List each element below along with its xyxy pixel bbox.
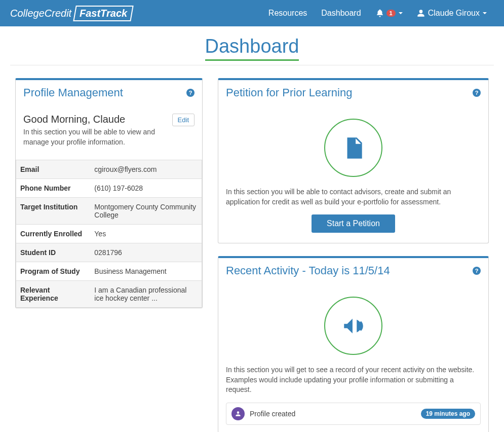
- table-row: Student ID0281796: [16, 243, 202, 262]
- notification-badge: 1: [386, 10, 396, 17]
- profile-subtext: In this section you will be able to view…: [23, 127, 167, 147]
- table-row: Phone Number(610) 197-6028: [16, 179, 202, 198]
- profile-panel-title: Profile Management: [23, 86, 186, 99]
- help-icon[interactable]: ?: [186, 89, 195, 97]
- table-row: Relevant ExperienceI am a Canadian profe…: [16, 281, 202, 308]
- row-label: Program of Study: [16, 262, 91, 281]
- help-icon[interactable]: ?: [473, 267, 481, 275]
- brand-text-light: CollegeCredit: [10, 8, 71, 19]
- row-label: Relevant Experience: [16, 281, 91, 308]
- nav-dashboard[interactable]: Dashboard: [314, 0, 368, 26]
- help-icon[interactable]: ?: [473, 89, 481, 97]
- brand-text-bold: FastTrack: [73, 6, 134, 21]
- nav-resources[interactable]: Resources: [261, 0, 314, 26]
- edit-button[interactable]: Edit: [172, 114, 195, 126]
- activity-panel: Recent Activity - Today is 11/5/14 ? In …: [218, 256, 489, 432]
- nav-dashboard-label: Dashboard: [321, 9, 361, 18]
- table-row: Emailcgiroux@flyers.com: [16, 160, 202, 179]
- user-icon: [417, 9, 425, 17]
- nav-notifications[interactable]: 1: [368, 0, 410, 26]
- caret-icon: [399, 12, 403, 14]
- petition-desc: In this section you will be able to cont…: [226, 187, 481, 207]
- navbar: CollegeCredit FastTrack Resources Dashbo…: [0, 0, 504, 26]
- row-value: Montgomery County Community College: [90, 198, 202, 225]
- nav-user-menu[interactable]: Claude Giroux: [410, 0, 494, 26]
- row-label: Target Institution: [16, 198, 91, 225]
- brand-logo[interactable]: CollegeCredit FastTrack: [10, 6, 132, 21]
- profile-panel: Profile Management ? Good Morning, Claud…: [15, 78, 203, 308]
- bell-icon: [375, 9, 384, 18]
- row-label: Phone Number: [16, 179, 91, 198]
- greeting-text: Good Morning, Claude: [23, 114, 167, 125]
- table-row: Target InstitutionMontgomery County Comm…: [16, 198, 202, 225]
- petition-panel: Petition for Prior Learning ? In this se…: [218, 78, 489, 243]
- row-label: Student ID: [16, 243, 91, 262]
- document-icon: [341, 135, 366, 161]
- petition-icon-circle: [324, 119, 382, 177]
- profile-info-table: Emailcgiroux@flyers.com Phone Number(610…: [16, 160, 202, 308]
- start-petition-button[interactable]: Start a Petition: [312, 214, 395, 233]
- page-title-wrap: Dashboard: [10, 26, 494, 65]
- activity-desc: In this section you will get to see a re…: [226, 365, 481, 395]
- row-value: Business Management: [90, 262, 202, 281]
- petition-panel-title: Petition for Prior Learning: [226, 86, 473, 99]
- row-value: I am a Canadian professional ice hockey …: [90, 281, 202, 308]
- caret-icon: [483, 12, 487, 14]
- activity-item-label: Profile created: [250, 410, 421, 418]
- activity-item[interactable]: Profile created 19 minutes ago: [226, 403, 481, 425]
- activity-icon-circle: [324, 297, 382, 355]
- row-value: 0281796: [90, 243, 202, 262]
- table-row: Program of StudyBusiness Management: [16, 262, 202, 281]
- page-title: Dashboard: [205, 35, 299, 61]
- bullhorn-icon: [341, 313, 366, 339]
- activity-item-time: 19 minutes ago: [421, 409, 475, 419]
- row-label: Currently Enrolled: [16, 225, 91, 243]
- row-value: cgiroux@flyers.com: [90, 160, 202, 179]
- main-container: Profile Management ? Good Morning, Claud…: [0, 78, 504, 432]
- row-value: (610) 197-6028: [90, 179, 202, 198]
- activity-panel-title: Recent Activity - Today is 11/5/14: [226, 264, 473, 277]
- nav-resources-label: Resources: [268, 9, 307, 18]
- row-value: Yes: [90, 225, 202, 243]
- table-row: Currently EnrolledYes: [16, 225, 202, 243]
- row-label: Email: [16, 160, 91, 179]
- profile-created-icon: [231, 407, 245, 420]
- nav-user-name: Claude Giroux: [428, 9, 480, 18]
